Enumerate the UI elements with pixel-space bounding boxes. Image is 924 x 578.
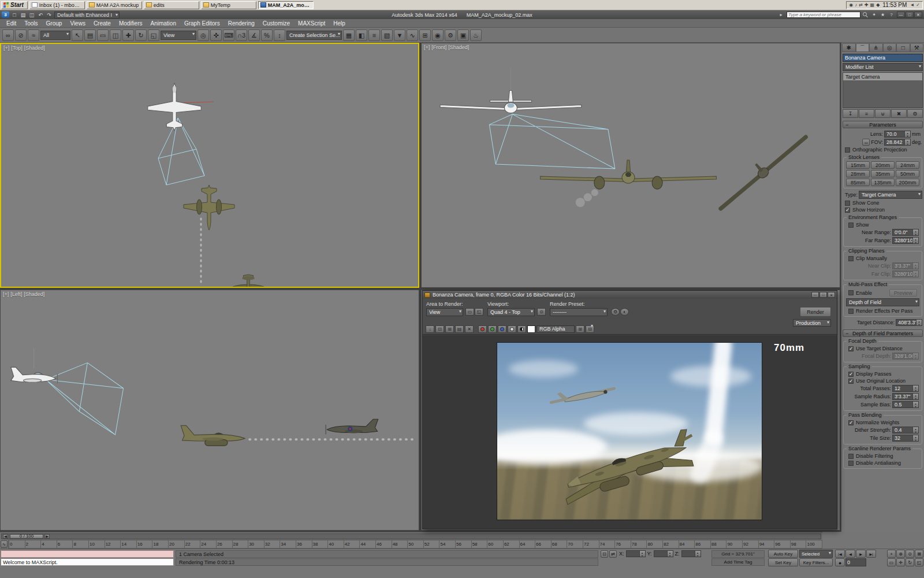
- modifier-list-dropdown[interactable]: Modifier List: [843, 63, 923, 71]
- create-tab[interactable]: ✱: [842, 43, 856, 52]
- menu-item[interactable]: Graph Editors: [180, 20, 224, 27]
- zoom-icon[interactable]: +: [887, 550, 896, 558]
- dof-parameters-rollout[interactable]: Depth of Field Parameters: [843, 329, 923, 337]
- edit-named-selection-sets-icon[interactable]: ▦: [343, 29, 355, 41]
- red-channel-icon[interactable]: [478, 325, 487, 333]
- key-filters-button[interactable]: Key Filters...: [799, 558, 833, 566]
- stock-lens-button[interactable]: 20mm: [871, 161, 895, 169]
- maximize-icon[interactable]: □: [906, 12, 914, 18]
- render-production-icon[interactable]: ♨: [470, 29, 482, 41]
- selection-filter-dropdown[interactable]: All: [40, 31, 70, 40]
- viewport-shading-label[interactable]: [Shaded]: [24, 45, 45, 51]
- viewport-left[interactable]: [+] [Left] [Shaded]: [0, 290, 419, 531]
- focal-depth-spinner[interactable]: 328'1.008: [892, 353, 919, 360]
- antivirus-icon[interactable]: ✚: [865, 3, 869, 8]
- layer-manager-icon[interactable]: ▧: [381, 29, 393, 41]
- schematic-view-icon[interactable]: ⊞: [419, 29, 431, 41]
- use-original-location-checkbox[interactable]: Use Original Location: [845, 377, 921, 384]
- viewport-pov-label[interactable]: [Top]: [11, 45, 23, 51]
- window-crossing-toggle-icon[interactable]: ◫: [110, 29, 121, 41]
- render-setup-icon[interactable]: ⚙: [445, 29, 456, 41]
- area-to-render-dropdown[interactable]: View: [426, 308, 463, 316]
- previous-frame-icon[interactable]: ◀: [845, 550, 855, 558]
- close-icon[interactable]: ✕: [914, 12, 922, 18]
- show-horizon-checkbox[interactable]: Show Horizon: [841, 206, 924, 213]
- copy-image-icon[interactable]: ⊡: [435, 325, 444, 333]
- utilities-tab[interactable]: ⚒: [910, 43, 924, 52]
- menu-item[interactable]: Tools: [20, 20, 42, 27]
- x-coordinate-field[interactable]: [626, 550, 646, 557]
- modifier-stack[interactable]: Target Camera: [843, 72, 923, 108]
- go-to-end-icon[interactable]: ▶|: [866, 550, 876, 558]
- object-name-field[interactable]: Bonanza Camera: [843, 54, 923, 62]
- named-selection-dropdown[interactable]: Create Selection Se...: [286, 31, 342, 40]
- save-image-icon[interactable]: ↓: [426, 325, 434, 333]
- menu-item[interactable]: Customize: [259, 20, 294, 27]
- edit-region-icon[interactable]: ▭: [465, 308, 474, 316]
- select-and-manipulate-icon[interactable]: ✜: [210, 29, 222, 41]
- mirror-icon[interactable]: ◧: [356, 29, 367, 41]
- fov-direction-button[interactable]: [862, 139, 870, 146]
- modify-tab[interactable]: ⌒: [856, 43, 870, 52]
- display-passes-checkbox[interactable]: Display Passes: [845, 370, 921, 377]
- dither-strength-spinner[interactable]: 0.4: [892, 427, 919, 433]
- play-animation-icon[interactable]: ▶: [856, 550, 866, 558]
- update-icon[interactable]: ◉: [849, 3, 853, 8]
- taskbar-item[interactable]: MyTemp: [201, 1, 256, 9]
- camera-frustum-front[interactable]: [489, 114, 615, 169]
- spitfire-plane-left[interactable]: [326, 419, 378, 434]
- select-and-scale-icon[interactable]: ◱: [148, 29, 159, 41]
- redo-icon[interactable]: ↷: [45, 12, 53, 18]
- workspace-dropdown[interactable]: Default with Enhanced I: [54, 12, 120, 18]
- save-file-icon[interactable]: ◫: [28, 12, 36, 18]
- viewport-menu-label[interactable]: [+]: [3, 45, 9, 51]
- viewport-pov-label[interactable]: [Front]: [431, 45, 446, 50]
- viewport-menu-label[interactable]: [+]: [3, 291, 9, 297]
- stock-lens-button[interactable]: 200mm: [896, 179, 919, 186]
- minimize-icon[interactable]: —: [897, 12, 905, 18]
- menu-item[interactable]: Animation: [146, 20, 180, 27]
- maximize-viewport-toggle-icon[interactable]: ◱: [915, 558, 923, 566]
- menu-item[interactable]: Group: [42, 20, 66, 27]
- select-and-rotate-icon[interactable]: ↻: [135, 29, 147, 41]
- infocenter-arrow-icon[interactable]: ▸: [777, 12, 785, 18]
- sample-bias-spinner[interactable]: 0.5: [892, 401, 919, 408]
- bonanza-plane-front[interactable]: [440, 68, 582, 113]
- bonanza-plane-top[interactable]: [148, 83, 201, 131]
- stock-lens-button[interactable]: 50mm: [896, 170, 919, 177]
- menu-item[interactable]: Create: [90, 20, 115, 27]
- clear-image-icon[interactable]: ✕: [465, 325, 474, 333]
- select-by-name-icon[interactable]: ▤: [84, 29, 96, 41]
- taskbar-item[interactable]: edits: [144, 1, 199, 9]
- keyboard-shortcut-override-icon[interactable]: ⌨: [223, 29, 234, 41]
- viewport-front[interactable]: [+] [Front] [Shaded]: [421, 43, 840, 288]
- render-preset-dropdown[interactable]: --------: [550, 308, 608, 316]
- mini-curve-editor-toggle[interactable]: ∿: [1, 540, 8, 548]
- viewport-pov-label[interactable]: [Left]: [10, 291, 22, 297]
- rendered-image[interactable]: [497, 342, 762, 520]
- rfw-titlebar[interactable]: Bonanza Camera, frame 0, RGBA Color 16 B…: [423, 291, 837, 299]
- set-key-button[interactable]: Set Key: [768, 558, 798, 566]
- minimize-icon[interactable]: —: [811, 292, 819, 298]
- undo-icon[interactable]: ↶: [36, 12, 44, 18]
- rendered-frame-window[interactable]: Bonanza Camera, frame 0, RGBA Color 16 B…: [422, 290, 837, 529]
- select-and-move-icon[interactable]: ✚: [122, 29, 134, 41]
- network-icon[interactable]: ⇄: [859, 3, 863, 8]
- search-icon[interactable]: [862, 12, 869, 18]
- mono-channel-icon[interactable]: [508, 325, 516, 333]
- stock-lens-button[interactable]: 135mm: [871, 179, 895, 186]
- menu-item[interactable]: Modifiers: [115, 20, 147, 27]
- camera-frustum-top[interactable]: [158, 118, 204, 185]
- near-range-spinner[interactable]: 0'0.0": [892, 229, 919, 236]
- parameters-rollout[interactable]: Parameters: [843, 121, 923, 128]
- print-image-icon[interactable]: ▤: [455, 325, 464, 333]
- unlink-selection-icon[interactable]: ⊘: [15, 29, 27, 41]
- target-distance-spinner[interactable]: 408'3.3": [896, 319, 922, 326]
- render-button[interactable]: Render: [800, 307, 831, 317]
- clip-manually-checkbox[interactable]: Clip Manually: [845, 255, 921, 262]
- stock-lens-button[interactable]: 15mm: [846, 161, 870, 169]
- me262-plane-left[interactable]: [181, 425, 245, 446]
- auto-region-icon[interactable]: ◱: [475, 308, 483, 316]
- open-file-icon[interactable]: ▤: [19, 12, 27, 18]
- make-unique-icon[interactable]: ⊎: [875, 109, 891, 118]
